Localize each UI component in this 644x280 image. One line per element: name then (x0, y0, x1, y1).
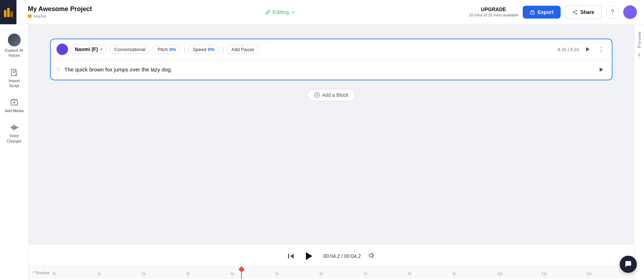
export-button[interactable]: Export (523, 6, 561, 19)
breadcrumb[interactable]: Home (28, 14, 92, 19)
add-pause-button[interactable]: Add Pause (227, 45, 259, 54)
block-text[interactable]: The quick brown fox jumps over the lazy … (64, 66, 592, 74)
conversational-button[interactable]: Conversational (110, 45, 150, 54)
mark-7s: 7s (364, 272, 367, 278)
svg-rect-21 (288, 254, 289, 259)
svg-marker-20 (290, 254, 294, 259)
sidebar: Explore AIVoices ImportScript Add Media (0, 24, 29, 280)
user-avatar[interactable] (623, 5, 637, 19)
editing-label: Editing (273, 9, 289, 15)
svg-marker-17 (586, 47, 590, 51)
timeline-track[interactable]: 0s 1s 2s 3s (53, 266, 630, 279)
drag-handle-icon[interactable]: ⠿ (57, 67, 60, 72)
svg-line-8 (574, 12, 576, 13)
sidebar-item-voice-changer-label: VoiceChanger (6, 133, 21, 144)
preview-panel: Preview (634, 24, 644, 280)
block-text-row: ⠿ The quick brown fox jumps over the laz… (51, 60, 612, 80)
share-label: Share (580, 9, 594, 15)
block-more-button[interactable]: ⋮ (596, 44, 606, 54)
content-area: Naomi (F) Conversational Pitch 0% (29, 24, 634, 280)
sidebar-item-explore-ai-label: Explore AIVoices (5, 48, 23, 58)
svg-marker-22 (306, 252, 312, 260)
breadcrumb-home: Home (34, 14, 46, 19)
mark-9s: 9s (453, 272, 457, 278)
add-media-icon (10, 98, 19, 107)
sidebar-item-import-script[interactable]: ImportScript (2, 65, 27, 92)
playhead[interactable] (239, 266, 244, 279)
volume-icon (368, 252, 375, 259)
svg-point-5 (573, 11, 574, 12)
sidebar-item-explore-ai[interactable]: Explore AIVoices (2, 30, 27, 62)
block-play-button[interactable] (582, 44, 592, 54)
mark-11s: 11s (541, 272, 547, 278)
svg-line-7 (574, 11, 576, 12)
separator-2: | (222, 45, 224, 54)
player-total-time: 00:04.2 (344, 253, 361, 259)
chat-fab-button[interactable] (620, 256, 637, 273)
voice-avatar (57, 44, 68, 55)
breadcrumb-icon (28, 14, 31, 18)
sidebar-item-voice-changer[interactable]: VoiceChanger (2, 120, 27, 147)
speed-button[interactable]: Speed 0% (188, 45, 219, 54)
preview-label: Preview (637, 31, 641, 48)
voice-name-button[interactable]: Naomi (F) (72, 45, 106, 54)
bottom-player: 00:04.2 / 00:04.2 ^ Timeline (29, 244, 634, 280)
project-title: My Awesome Project (28, 5, 92, 13)
voice-controls: Conversational Pitch 0% | Speed 0% | (110, 45, 554, 54)
chevron-left-icon (637, 53, 641, 57)
lock-icon (530, 10, 535, 15)
export-label: Export (538, 9, 553, 15)
preview-collapse-button[interactable] (635, 51, 644, 59)
svg-point-6 (576, 13, 577, 14)
share-button[interactable]: Share (565, 5, 602, 19)
mark-2s: 2s (142, 272, 146, 278)
player-time: 00:04.2 / 00:04.2 (323, 253, 361, 259)
skip-back-button[interactable] (287, 252, 294, 260)
timeline-label[interactable]: ^ Timeline (32, 271, 50, 275)
svg-point-4 (576, 10, 577, 11)
mark-12s: 12s (586, 272, 592, 278)
topbar-center: Editing (98, 7, 463, 17)
add-block-button[interactable]: Add a Block (307, 89, 356, 101)
editing-dropdown[interactable]: Editing (261, 7, 300, 17)
block-header: Naomi (F) Conversational Pitch 0% (51, 39, 612, 60)
skip-back-icon (287, 252, 294, 260)
upgrade-block: UPGRADE 10 mins of 10 mins available (469, 6, 518, 18)
player-play-icon (304, 251, 313, 261)
mark-6s: 6s (319, 272, 323, 278)
explore-ai-avatar (8, 34, 21, 46)
voice-changer-icon (10, 123, 19, 132)
sidebar-item-add-media-label: Add Media (5, 108, 24, 113)
player-volume-button[interactable] (368, 252, 375, 261)
more-icon: ⋮ (598, 45, 604, 53)
mark-5s: 5s (275, 272, 279, 278)
svg-rect-12 (12, 126, 13, 129)
pitch-value: 0% (169, 47, 176, 52)
inline-play-button[interactable] (596, 65, 606, 75)
sidebar-item-import-script-label: ImportScript (9, 78, 20, 89)
player-controls: 00:04.2 / 00:04.2 (29, 245, 634, 266)
pencil-icon (265, 10, 270, 15)
mark-10s: 10s (497, 272, 503, 278)
share-icon (572, 10, 577, 15)
chevron-down-icon (291, 10, 295, 14)
app-logo[interactable] (0, 0, 16, 24)
mark-4s: 4s (231, 272, 235, 278)
pitch-label: Pitch (157, 47, 168, 52)
upgrade-sub: 10 mins of 10 mins available (469, 12, 518, 18)
upgrade-title: UPGRADE (469, 6, 518, 12)
svg-rect-11 (11, 127, 12, 128)
project-info: My Awesome Project Home (28, 5, 92, 19)
editor-area: Naomi (F) Conversational Pitch 0% (29, 24, 634, 244)
sidebar-item-add-media[interactable]: Add Media (2, 95, 27, 117)
add-pause-label: Add Pause (231, 47, 254, 52)
timeline: ^ Timeline 0s 1s 2s (29, 266, 634, 279)
svg-rect-16 (18, 127, 19, 128)
svg-rect-1 (7, 8, 10, 17)
svg-rect-3 (531, 12, 534, 14)
help-button[interactable]: ? (606, 6, 619, 19)
avatar-image (623, 5, 637, 19)
pitch-button[interactable]: Pitch 0% (153, 45, 181, 54)
player-play-button[interactable] (302, 249, 316, 263)
mark-8s: 8s (408, 272, 412, 278)
